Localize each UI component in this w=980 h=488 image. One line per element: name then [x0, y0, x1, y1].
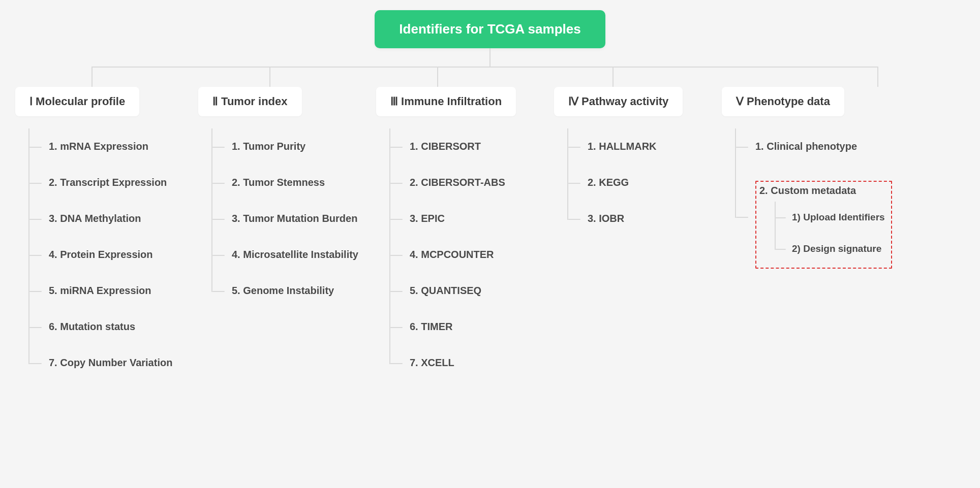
leaf-item: 7. Copy Number Variation: [39, 345, 172, 381]
category-node: Ⅱ Tumor index: [198, 87, 302, 116]
connector-horizontal: [91, 67, 878, 68]
leaf-item: 1. Tumor Purity: [222, 128, 358, 165]
leaf-item: 6. Mutation status: [39, 309, 172, 345]
leaf-item: 3. Tumor Mutation Burden: [222, 201, 358, 237]
leaf-item: 1. CIBERSORT: [400, 128, 505, 165]
root-node: Identifiers for TCGA samples: [375, 10, 605, 48]
leaf-item: 3. DNA Methylation: [39, 201, 172, 237]
leaf-list: 1. Clinical phenotype 2. Custom metadata…: [735, 128, 892, 269]
leaf-item: 2. Custom metadata: [759, 185, 885, 197]
leaf-item: 5. miRNA Expression: [39, 273, 172, 309]
leaf-list: 1. CIBERSORT 2. CIBERSORT-ABS 3. EPIC 4.…: [389, 128, 505, 381]
leaf-item: 5. QUANTISEQ: [400, 273, 505, 309]
leaf-item: 1. HALLMARK: [577, 128, 657, 165]
branch-molecular-profile: Ⅰ Molecular profile 1. mRNA Expression 2…: [15, 87, 183, 381]
category-node: Ⅰ Molecular profile: [15, 87, 139, 116]
leaf-list: 1. Tumor Purity 2. Tumor Stemness 3. Tum…: [211, 128, 358, 309]
connector-drop: [91, 67, 93, 87]
sub-leaf-item: 2) Design signature: [783, 233, 885, 265]
sub-leaf-list: 1) Upload Identifiers 2) Design signatur…: [775, 202, 885, 265]
sub-leaf-item: 1) Upload Identifiers: [783, 202, 885, 233]
leaf-item: 5. Genome Instability: [222, 273, 358, 309]
leaf-item: 2. CIBERSORT-ABS: [400, 165, 505, 201]
connector-horizontal-wrap: [15, 67, 965, 87]
category-node: Ⅳ Pathway activity: [554, 87, 683, 116]
leaf-list: 1. HALLMARK 2. KEGG 3. IOBR: [567, 128, 657, 237]
leaf-item: 4. MCPCOUNTER: [400, 237, 505, 273]
connector-drop: [877, 67, 878, 87]
category-node: Ⅲ Immune Infiltration: [376, 87, 516, 116]
leaf-item: 2. Transcript Expression: [39, 165, 172, 201]
leaf-list: 1. mRNA Expression 2. Transcript Express…: [28, 128, 172, 381]
leaf-item: 1. Clinical phenotype: [745, 128, 892, 165]
branch-phenotype-data: Ⅴ Phenotype data 1. Clinical phenotype 2…: [722, 87, 892, 269]
highlight-box: 2. Custom metadata 1) Upload Identifiers…: [755, 181, 892, 269]
category-node: Ⅴ Phenotype data: [722, 87, 844, 116]
connector-drop: [437, 67, 438, 87]
connector-vertical: [489, 48, 491, 67]
branch-immune-infiltration: Ⅲ Immune Infiltration 1. CIBERSORT 2. CI…: [376, 87, 539, 381]
branch-pathway-activity: Ⅳ Pathway activity 1. HALLMARK 2. KEGG 3…: [554, 87, 707, 237]
leaf-item: 4. Microsatellite Instability: [222, 237, 358, 273]
leaf-item: 2. Tumor Stemness: [222, 165, 358, 201]
leaf-item: 6. TIMER: [400, 309, 505, 345]
connector-drop: [612, 67, 614, 87]
leaf-item: 3. IOBR: [577, 201, 657, 237]
leaf-item: 1. mRNA Expression: [39, 128, 172, 165]
leaf-item: 7. XCELL: [400, 345, 505, 381]
leaf-item-highlighted-wrap: 2. Custom metadata 1) Upload Identifiers…: [745, 165, 892, 269]
connector-drop: [269, 67, 270, 87]
branch-tumor-index: Ⅱ Tumor index 1. Tumor Purity 2. Tumor S…: [198, 87, 361, 309]
leaf-item: 2. KEGG: [577, 165, 657, 201]
leaf-item: 4. Protein Expression: [39, 237, 172, 273]
branches-row: Ⅰ Molecular profile 1. mRNA Expression 2…: [15, 87, 965, 381]
leaf-item: 3. EPIC: [400, 201, 505, 237]
mindmap-root-wrap: Identifiers for TCGA samples Ⅰ Molecular…: [15, 10, 965, 381]
